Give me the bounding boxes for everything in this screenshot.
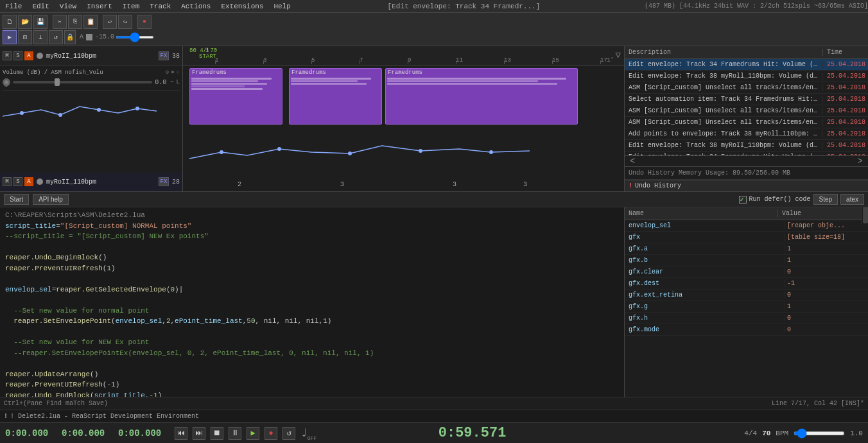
- toolbar-save[interactable]: 💾: [33, 15, 48, 29]
- svg-point-2: [97, 108, 101, 112]
- history-item-date: 25.04.2018: [823, 73, 868, 80]
- transport-metronome[interactable]: ♩OFF: [300, 426, 317, 441]
- arrange-area: 80 4/ 70 1 ⬇ START 1 3 5 7 9 11 13 15 17: [183, 46, 624, 191]
- history-prev-btn[interactable]: <: [625, 156, 640, 166]
- toolbar-select[interactable]: ▶: [3, 30, 17, 44]
- transport-pause[interactable]: ⏸: [229, 427, 241, 440]
- transport-skip-start[interactable]: ⏮: [175, 427, 187, 440]
- track1-arm[interactable]: A: [24, 51, 33, 60]
- history-item[interactable]: Edit envelope: Track 34 Framedrums Hit: …: [625, 59, 868, 71]
- run-defer-label: Run defer() code: [749, 196, 811, 203]
- var-item[interactable]: gfx [table size=18]: [625, 232, 868, 243]
- title-exclaim: !: [4, 413, 8, 420]
- var-item[interactable]: gfx.h 0: [625, 313, 868, 324]
- transport-bar: 0:00.000 0:00.000 0:00.000 ⏮ ⏭ ⏹ ⏸ ▶ ● ↺…: [0, 422, 868, 443]
- menu-file[interactable]: File: [0, 1, 27, 12]
- history-item[interactable]: ASM [Script_custom] Unselect all tracks/…: [625, 82, 868, 94]
- bpm-slider[interactable]: [794, 431, 845, 435]
- arrange-tracks[interactable]: Framedrums Framedrums: [183, 65, 624, 191]
- transport-skip-back[interactable]: ⏭: [193, 427, 205, 440]
- var-value: 0: [785, 268, 868, 275]
- transport-play[interactable]: ▶: [247, 427, 259, 440]
- var-item[interactable]: gfx.mode 0: [625, 324, 868, 336]
- history-header: Description Time: [625, 46, 868, 59]
- var-item[interactable]: gfx.dest -1: [625, 278, 868, 290]
- menu-extensions[interactable]: Extensions: [216, 1, 268, 12]
- track1-knob[interactable]: ○: [3, 78, 10, 86]
- transport-stop[interactable]: ⏹: [211, 427, 223, 440]
- sysinfo: (487 MB) [44.1kHz 24bit WAV : 2/2ch 512s…: [645, 3, 868, 10]
- transport-time-display: 0:59.571: [438, 425, 507, 441]
- vars-col-name: Name: [625, 210, 778, 217]
- history-item[interactable]: Select automation item: Track 34 Framedr…: [625, 94, 868, 105]
- toolbar-split[interactable]: ⊥: [33, 30, 48, 44]
- atex-btn[interactable]: atex: [840, 194, 864, 205]
- transport-loop[interactable]: ↺: [282, 427, 295, 440]
- code-line-6: [5, 274, 619, 284]
- track2-solo[interactable]: S: [13, 177, 22, 186]
- toolbar-new[interactable]: 🗋: [3, 15, 17, 29]
- track-volume-slider[interactable]: [116, 36, 154, 39]
- code-editor[interactable]: C:\REAPER\Scripts\ASM\Delete2.lua script…: [0, 207, 624, 397]
- var-name: gfx.ext_retina: [625, 291, 785, 299]
- track2-mute[interactable]: M: [3, 177, 12, 186]
- clip-3[interactable]: Framedrums: [385, 68, 578, 125]
- menu-actions[interactable]: Actions: [176, 1, 216, 12]
- track1-vol-slider[interactable]: [13, 81, 152, 83]
- track-1: M S A myRoII_110bpm FX 38 Volume (dB) / …: [0, 46, 182, 173]
- var-item[interactable]: gfx.g 1: [625, 301, 868, 313]
- toolbar-record[interactable]: ●: [137, 15, 152, 29]
- history-item[interactable]: Edit envelope: Track 38 myRoll_110bpm: V…: [625, 71, 868, 82]
- track1-mute[interactable]: M: [3, 51, 12, 60]
- history-item[interactable]: ASM [Script_custom] Unselect all tracks/…: [625, 117, 868, 128]
- clip-2[interactable]: Framedrums: [289, 68, 382, 125]
- history-item[interactable]: ASM [Script_custom] Unselect all tracks/…: [625, 105, 868, 117]
- menu-help[interactable]: Help: [268, 1, 295, 12]
- track2-fx[interactable]: FX: [159, 177, 169, 186]
- var-item[interactable]: gfx.ext_retina 0: [625, 290, 868, 301]
- track1-solo[interactable]: S: [13, 51, 22, 60]
- menu-view[interactable]: View: [55, 1, 82, 12]
- start-btn[interactable]: Start: [4, 194, 29, 205]
- history-item[interactable]: Edit envelope: Track 38 myRoII_110bpm: V…: [625, 140, 868, 152]
- var-name: gfx.dest: [625, 280, 785, 287]
- toolbar-undo[interactable]: ↩: [103, 15, 117, 29]
- menu-insert[interactable]: Insert: [82, 1, 117, 12]
- toolbar-redo[interactable]: ↪: [118, 15, 132, 29]
- code-line-5: reaper.PreventUIRefresh ( 1 ): [5, 263, 619, 274]
- timeline-ruler: 80 4/ 70 1 ⬇ START 1 3 5 7 9 11 13 15 17: [183, 46, 624, 65]
- var-item[interactable]: gfx.clear 0: [625, 266, 868, 278]
- toolbar-trim[interactable]: ⊡: [18, 30, 32, 44]
- var-item[interactable]: gfx.b 1: [625, 255, 868, 266]
- var-item[interactable]: envelop_sel [reaper obje...: [625, 220, 868, 232]
- clip-1-label: Framedrums: [190, 69, 282, 76]
- var-item[interactable]: gfx.a 1: [625, 243, 868, 255]
- menu-track[interactable]: Track: [144, 1, 176, 12]
- history-item[interactable]: Add points to envelope: Track 38 myRoll_…: [625, 128, 868, 140]
- run-defer-checkbox[interactable]: [739, 196, 747, 204]
- svg-point-11: [489, 150, 493, 154]
- code-line-7: envelop_sel = reaper.GetSelectedEnvelope…: [5, 284, 619, 295]
- api-help-btn[interactable]: API help: [33, 194, 69, 205]
- track1-fx[interactable]: FX: [159, 51, 169, 60]
- menu-edit[interactable]: Edit: [27, 1, 54, 12]
- toolbar-lock[interactable]: 🔒: [64, 30, 76, 44]
- step-btn[interactable]: Step: [813, 194, 838, 205]
- toolbar-paste[interactable]: 📋: [83, 15, 98, 29]
- toolbar-copy[interactable]: ⎘: [68, 15, 82, 29]
- history-list[interactable]: Edit envelope: Track 34 Framedrums Hit: …: [625, 59, 868, 155]
- toolbar-cut[interactable]: ✂: [53, 15, 67, 29]
- transport-record[interactable]: ●: [265, 427, 277, 440]
- menu-item[interactable]: Item: [117, 1, 144, 12]
- right-panel: Description Time Edit envelope: Track 34…: [624, 46, 868, 191]
- bottom-status: Ctrl+(Pane Find maTch Save) Line 7/17, C…: [0, 397, 868, 410]
- main-area: M S A myRoII_110bpm FX 38 Volume (dB) / …: [0, 46, 868, 191]
- clip-1[interactable]: Framedrums: [189, 68, 282, 125]
- toolbar-open[interactable]: 📂: [18, 15, 32, 29]
- svg-point-7: [220, 150, 223, 154]
- history-next-btn[interactable]: >: [853, 156, 868, 166]
- track2-arm[interactable]: A: [24, 177, 33, 186]
- transport-info: 4/4 70 BPM 1.0: [744, 430, 863, 437]
- code-line-12: --Set new value for NEW Ex point: [5, 337, 619, 348]
- toolbar-loop[interactable]: ↺: [49, 30, 63, 44]
